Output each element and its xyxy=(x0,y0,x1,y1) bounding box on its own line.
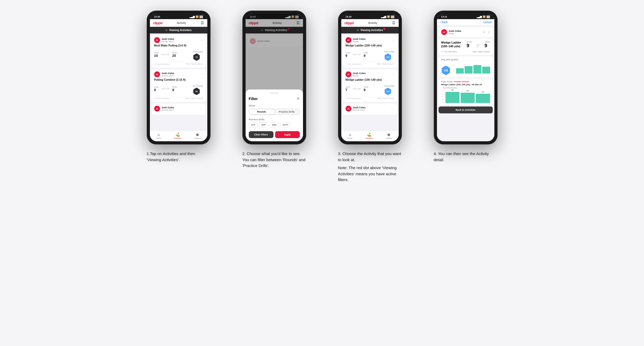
activities-icon-1: ⛳ xyxy=(175,133,180,137)
cancel-btn-4[interactable]: Cancel xyxy=(483,21,491,24)
activities-label-1: Activities xyxy=(174,137,182,139)
nav-activities-1[interactable]: ⛳ Activities xyxy=(174,133,182,139)
user-date-1-2: 28 Feb 2023 xyxy=(162,75,174,77)
banner-icon-3: ⚙ xyxy=(357,29,359,32)
back-btn-4[interactable]: < Back xyxy=(440,21,448,24)
card-title-3-1: Wedge Ladder (100–140 yds) xyxy=(346,44,394,47)
logo-1: clippd xyxy=(153,21,162,25)
step-3-text-2: Note: The red dot above 'Viewing Activit… xyxy=(338,165,402,183)
activity-card-3-1[interactable]: JC Josh Coles Today ··· Wedge Ladder (10… xyxy=(343,35,397,68)
logo-3: clippd xyxy=(344,21,354,25)
user-date-4: Today xyxy=(449,32,461,35)
drill-chips-2: OTT APP ARG PUTT xyxy=(249,122,300,127)
shots-label-4: Shots xyxy=(485,41,490,43)
nav-home-1[interactable]: ⌂ Home xyxy=(156,133,161,139)
screen-3: 13:20 ▂▄▆ 🛜 ▓▓ clippd Activity ☰ ⚙ Viewi… xyxy=(341,14,399,141)
avatar-4: JC xyxy=(441,29,447,35)
user-name-3-1: Josh Coles xyxy=(353,38,366,40)
sq-block-3-1: Shot Quality 130 xyxy=(384,49,394,61)
hex-sq-4: 130 xyxy=(441,66,451,75)
footer-right-1-2: Data: Clippd Capture xyxy=(186,97,203,100)
bar-label-1-4: 132 xyxy=(451,89,454,91)
apply-btn-2[interactable]: Apply xyxy=(275,131,300,138)
page-container: 13:20 ▂▄▆ 🛜 ▓▓ clippd Activity ☰ ⚙ Vi xyxy=(136,11,508,185)
filter-title-2: Filter xyxy=(249,97,258,101)
card-dots-3-1[interactable]: ··· xyxy=(391,38,394,42)
nav-home-3[interactable]: ⌂ Home xyxy=(348,133,353,139)
bar-3-4: 124 xyxy=(476,94,490,103)
score-col-4: Score 9 xyxy=(466,41,472,49)
expand-icon-4[interactable]: ⤢ xyxy=(487,30,490,34)
activities-label-3: Activities xyxy=(365,137,373,139)
info-row-4: ⓘ Test Information Data: Clippd Capture xyxy=(441,50,490,53)
drill-arg-2[interactable]: ARG xyxy=(270,122,279,127)
score-block-1-2: Score 0 xyxy=(154,86,159,92)
activity-card-3-3[interactable]: JC Josh Coles 28 Feb 2023 ··· xyxy=(343,104,397,115)
nav-capture-1[interactable]: ⊕ Capture xyxy=(194,133,201,139)
wifi-icon-1: 🛜 xyxy=(196,15,199,18)
nav-activities-3[interactable]: ⛳ Activities xyxy=(365,133,373,139)
toggle-rounds-2[interactable]: Rounds xyxy=(249,109,274,115)
card-dots-3-3[interactable]: ··· xyxy=(391,107,394,110)
activity-banner-1[interactable]: ⚙ Viewing Activities xyxy=(150,27,207,33)
mini-bar-4-4 xyxy=(482,67,490,74)
activity-card-1-1[interactable]: JC Josh Coles 28 Feb 2023 ··· Must Make … xyxy=(151,35,206,68)
user-date-3-1: Today xyxy=(353,40,366,43)
card-dots-1-1[interactable]: ··· xyxy=(199,38,203,42)
user-name-1-3: Josh Coles xyxy=(162,106,174,109)
sq-label-3-1: Shot Quality xyxy=(384,51,394,53)
sq-badge-1-2: 45 xyxy=(193,88,200,95)
capture-label-1: Capture xyxy=(194,137,201,139)
signal-icon-4: ▂▄▆ xyxy=(477,15,482,18)
toggle-drills-2[interactable]: Practice Drills xyxy=(274,109,300,115)
info-icon-4: ⓘ xyxy=(441,50,443,53)
activity-card-1-2[interactable]: JC Josh Coles 28 Feb 2023 ··· Putting Co… xyxy=(151,69,206,102)
avatar-3-2: JC xyxy=(346,71,351,77)
step-4-column: 13:21 ▂▄▆ 🛜 ▓▓ < Back Cancel xyxy=(423,11,508,164)
card-dots-1-2[interactable]: ··· xyxy=(199,72,203,76)
activity-card-3-2[interactable]: JC Josh Coles Today ··· Wedge Ladder (10… xyxy=(343,69,397,102)
drill-putt-2[interactable]: PUTT xyxy=(280,122,291,127)
shots-block-1-1: Shots 20 xyxy=(172,52,177,58)
card-dots-1-3[interactable]: ··· xyxy=(199,107,203,110)
back-to-activities-btn-4[interactable]: Back to Activities xyxy=(439,106,493,113)
activity-banner-3[interactable]: ⚙ Viewing Activities xyxy=(341,27,399,33)
score-val-3-2: 7 xyxy=(346,88,350,92)
user-name-3-3: Josh Coles xyxy=(353,106,366,109)
menu-icon-3[interactable]: ☰ xyxy=(392,21,395,25)
step-3-description: 3. Choose the Activity that you want to … xyxy=(338,151,402,185)
header-title-1: Activity xyxy=(177,21,186,24)
sq-block-1-1: Shot Quality 75 xyxy=(193,49,203,61)
activity-card-1-3[interactable]: JC Josh Coles 28 Feb 2023 ··· xyxy=(151,104,206,115)
header-title-3: Activity xyxy=(368,21,377,24)
card-stats-1-2: Score 0 OUT OF Shots 9 Shot Quality 45 xyxy=(154,83,203,95)
step-1-text: 1.Tap on Activities and then 'Viewing Ac… xyxy=(147,151,211,163)
drill-app-2[interactable]: APP xyxy=(259,122,268,127)
menu-icon-1[interactable]: ☰ xyxy=(201,21,204,25)
phone-1: 13:20 ▂▄▆ 🛜 ▓▓ clippd Activity ☰ ⚙ Vi xyxy=(147,11,211,144)
shots-block-1-2: Shots 9 xyxy=(172,86,177,92)
card-header-1-3: JC Josh Coles 28 Feb 2023 ··· xyxy=(154,106,203,112)
user-info-1-1: JC Josh Coles 28 Feb 2023 xyxy=(154,37,174,43)
card-dots-3-2[interactable]: ··· xyxy=(391,72,394,76)
card-header-3-2: JC Josh Coles Today ··· xyxy=(346,71,394,77)
battery-icon-1: ▓▓ xyxy=(199,15,203,18)
close-btn-2[interactable]: ✕ xyxy=(296,96,300,101)
card-title-1-1: Must Make Putting (3-6 ft) xyxy=(154,44,203,47)
edit-icon-4[interactable]: ✏ xyxy=(483,30,485,34)
status-bar-4: 13:21 ▂▄▆ 🛜 ▓▓ xyxy=(437,14,494,19)
outof-3-2: OUT OF xyxy=(353,88,361,90)
clear-filters-btn-2[interactable]: Clear Filters xyxy=(249,131,273,138)
session-yaxis-4: 140 120 100 80 60 xyxy=(441,90,444,103)
step-1-description: 1.Tap on Activities and then 'Viewing Ac… xyxy=(147,151,211,164)
wifi-icon-4: 🛜 xyxy=(483,15,486,18)
drill-ott-2[interactable]: OTT xyxy=(249,122,258,127)
nav-capture-3[interactable]: ⊕ Capture xyxy=(385,133,392,139)
y-0: 0 xyxy=(452,74,454,75)
shots-block-3-2: Shots 9 xyxy=(364,86,368,92)
detail-title-row-4: Wedge Ladder (100–140 yds) Score 9 OUT O… xyxy=(441,41,490,49)
footer-left-1-2: ⓘ Test Information xyxy=(154,97,170,100)
screen-4: 13:21 ▂▄▆ 🛜 ▓▓ < Back Cancel xyxy=(437,14,494,141)
user-name-1-1: Josh Coles xyxy=(162,38,174,40)
toggle-group-2: Rounds Practice Drills xyxy=(249,109,300,115)
